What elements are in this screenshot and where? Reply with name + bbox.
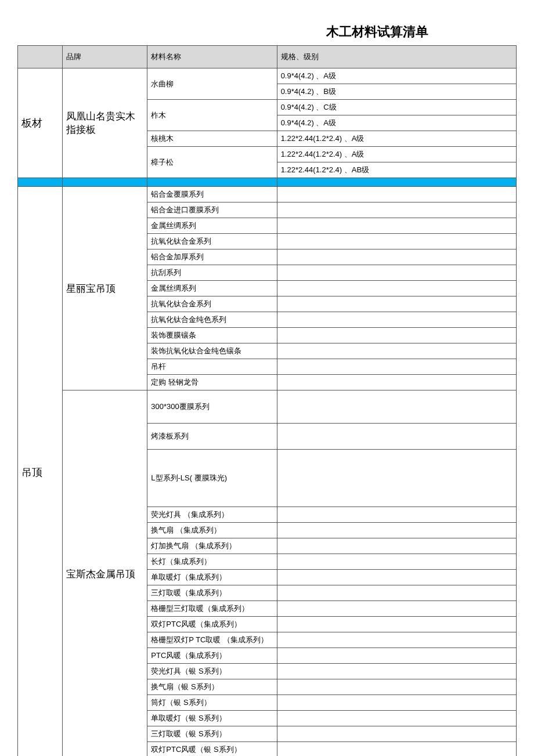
material-cell: 荧光灯具 （集成系列）: [147, 507, 277, 523]
materials-table: 品牌 材料名称 规格、级别 板材 凤凰山名贵实木指接板 水曲柳 0.9*4(4.…: [17, 45, 517, 756]
material-cell: 三灯取暖（银 S系列）: [147, 726, 277, 742]
material-cell: 抗氧化钛合金纯色系列: [147, 312, 277, 328]
material-cell: 水曲柳: [147, 68, 277, 100]
spec-cell: [277, 648, 516, 664]
spec-cell: [277, 187, 516, 202]
spec-cell: [277, 296, 516, 312]
material-cell: 单取暖灯（银 S系列）: [147, 711, 277, 726]
material-cell: 筒灯（银 S系列）: [147, 695, 277, 711]
material-cell: 换气扇（银 S系列）: [147, 679, 277, 695]
material-cell: 荧光灯具（银 S系列）: [147, 664, 277, 679]
spec-cell: 0.9*4(4.2) 、C级: [277, 100, 516, 115]
spec-cell: [277, 679, 516, 695]
material-cell: 柞木: [147, 100, 277, 131]
category-cell: 吊顶: [18, 187, 63, 757]
spec-cell: [277, 695, 516, 711]
material-cell: 抗刮系列: [147, 265, 277, 281]
material-cell: 三灯取暖（集成系列）: [147, 585, 277, 601]
material-cell: 格栅型双灯P TC取暖 （集成系列）: [147, 632, 277, 648]
spec-cell: [277, 249, 516, 265]
material-cell: 抗氧化钛合金系列: [147, 296, 277, 312]
brand-cell: 凤凰山名贵实木指接板: [63, 68, 147, 178]
spec-cell: [277, 554, 516, 570]
spec-cell: [277, 343, 516, 359]
spec-cell: [277, 375, 516, 390]
header-row: 品牌 材料名称 规格、级别: [18, 46, 517, 68]
spec-cell: [277, 601, 516, 617]
spec-cell: [277, 711, 516, 726]
spec-cell: [277, 585, 516, 601]
separator-row: [18, 178, 517, 187]
material-cell: 铝合金加厚系列: [147, 249, 277, 265]
spec-cell: [277, 281, 516, 296]
spec-cell: [277, 450, 516, 507]
spec-cell: 0.9*4(4.2) 、B级: [277, 84, 516, 100]
header-material: 材料名称: [147, 46, 277, 68]
brand-cell: 星丽宝吊顶: [63, 187, 147, 390]
material-cell: 装饰抗氧化钛合金纯色镶条: [147, 343, 277, 359]
spec-cell: [277, 523, 516, 538]
spec-cell: 1.22*2.44(1.2*2.4) 、A级: [277, 147, 516, 162]
material-cell: 双灯PTC风暖（集成系列）: [147, 617, 277, 632]
table-row: 吊顶 星丽宝吊顶 铝合金覆膜系列: [18, 187, 517, 202]
spec-cell: [277, 202, 516, 218]
material-cell: 双灯PTC风暖（银 S系列）: [147, 742, 277, 757]
material-cell: PTC风暖（集成系列）: [147, 648, 277, 664]
spec-cell: [277, 570, 516, 585]
material-cell: 铝合金进口覆膜系列: [147, 202, 277, 218]
spec-cell: [277, 218, 516, 234]
material-cell: 灯加换气扇 （集成系列）: [147, 538, 277, 554]
spec-cell: [277, 328, 516, 343]
material-cell: 装饰覆膜镶条: [147, 328, 277, 343]
material-cell: 吊杆: [147, 359, 277, 375]
spec-cell: 1.22*2.44(1.2*2.4) 、AB级: [277, 162, 516, 178]
spec-cell: [277, 390, 516, 424]
material-cell: 格栅型三灯取暖（集成系列）: [147, 601, 277, 617]
material-cell: 金属丝绸系列: [147, 218, 277, 234]
page-title: 木工材料试算清单: [17, 23, 517, 41]
table-row: 板材 凤凰山名贵实木指接板 水曲柳 0.9*4(4.2) 、A级: [18, 68, 517, 84]
spec-cell: [277, 726, 516, 742]
category-cell: 板材: [18, 68, 63, 178]
table-row: 宝斯杰金属吊顶 300*300覆膜系列: [18, 390, 517, 424]
header-col1: [18, 46, 63, 68]
material-cell: 长灯（集成系列）: [147, 554, 277, 570]
spec-cell: [277, 617, 516, 632]
spec-cell: [277, 265, 516, 281]
header-brand: 品牌: [63, 46, 147, 68]
material-cell: 核桃木: [147, 131, 277, 147]
material-cell: 烤漆板系列: [147, 424, 277, 450]
spec-cell: [277, 664, 516, 679]
spec-cell: 0.9*4(4.2) 、A级: [277, 68, 516, 84]
spec-cell: [277, 538, 516, 554]
brand-cell: 宝斯杰金属吊顶: [63, 390, 147, 757]
material-cell: 单取暖灯（集成系列）: [147, 570, 277, 585]
material-cell: 金属丝绸系列: [147, 281, 277, 296]
material-cell: 樟子松: [147, 147, 277, 178]
material-cell: L型系列-LS( 覆膜珠光): [147, 450, 277, 507]
spec-cell: [277, 507, 516, 523]
material-cell: 换气扇 （集成系列）: [147, 523, 277, 538]
spec-cell: [277, 234, 516, 249]
spec-cell: [277, 312, 516, 328]
material-cell: 定购 轻钢龙骨: [147, 375, 277, 390]
spec-cell: [277, 632, 516, 648]
spec-cell: 1.22*2.44(1.2*2.4) 、A级: [277, 131, 516, 147]
spec-cell: [277, 742, 516, 757]
spec-cell: [277, 359, 516, 375]
material-cell: 300*300覆膜系列: [147, 390, 277, 424]
header-spec: 规格、级别: [277, 46, 516, 68]
spec-cell: 0.9*4(4.2) 、A级: [277, 115, 516, 131]
spec-cell: [277, 424, 516, 450]
material-cell: 铝合金覆膜系列: [147, 187, 277, 202]
material-cell: 抗氧化钛合金系列: [147, 234, 277, 249]
